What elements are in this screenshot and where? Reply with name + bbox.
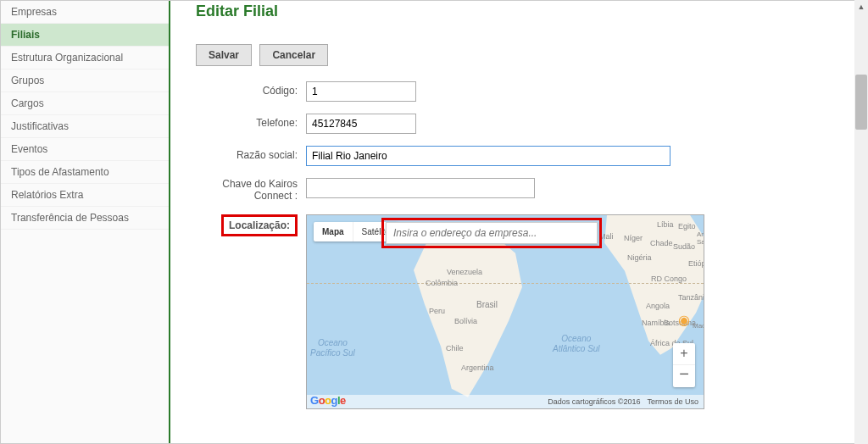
google-logo: Google [310,394,346,407]
localizacao-label: Localização: [221,214,298,236]
map-terms-link[interactable]: Termos de Uso [647,397,698,406]
scroll-thumb[interactable] [855,75,867,130]
map-copyright: Dados cartográficos ©2016 [548,397,640,406]
country-madagascar: Madagascar [693,322,704,330]
telefone-label: Telefone: [196,114,306,129]
zoom-in-button[interactable]: + [673,343,695,365]
codigo-input[interactable] [306,81,416,102]
sidebar-item-transferencia[interactable]: Transferência de Pessoas [1,207,169,230]
page-title: Editar Filial [196,3,842,20]
country-peru: Peru [429,307,445,315]
country-niger: Níger [624,234,643,242]
country-chile: Chile [446,344,464,352]
sidebar-item-empresas[interactable]: Empresas [1,1,169,24]
scroll-up-arrow[interactable]: ▲ [854,0,868,14]
map-type-map[interactable]: Mapa [314,222,353,241]
country-rdcongo: RD Congo [651,275,687,283]
main-content: Editar Filial Salvar Cancelar Código: Te… [170,1,867,443]
country-sudao: Sudão [673,242,695,251]
country-etiopia: Etiópia [688,259,704,268]
map-address-search[interactable] [386,222,598,244]
sidebar-item-estrutura[interactable]: Estrutura Organizacional [1,47,169,69]
sidebar-item-grupos[interactable]: Grupos [1,69,169,92]
sidebar-item-cargos[interactable]: Cargos [1,92,169,115]
sidebar-item-relatorios[interactable]: Relatórios Extra [1,184,169,207]
country-angola: Angola [646,302,670,310]
pegman-icon[interactable]: ◉ [674,312,694,332]
zoom-out-button[interactable]: − [673,365,695,387]
sidebar: Empresas Filiais Estrutura Organizaciona… [1,1,170,443]
ocean-label-pacifico: OceanoPacífico Sul [310,338,355,358]
cancel-button[interactable]: Cancelar [259,44,328,66]
sidebar-item-filiais[interactable]: Filiais [1,24,169,47]
vertical-scrollbar[interactable]: ▲ [854,0,868,444]
telefone-input[interactable] [306,114,416,134]
country-libia: Líbia [657,220,674,229]
country-colombia: Colômbia [426,279,458,287]
country-bolivia: Bolívia [454,317,477,325]
sidebar-item-justificativas[interactable]: Justificativas [1,115,169,138]
map[interactable]: OceanoPacífico Sul OceanoAtlântico Sul V… [306,214,704,409]
country-egito: Egito [678,222,696,230]
action-buttons: Salvar Cancelar [196,44,842,66]
map-zoom-controls: + − [673,343,695,387]
razao-social-input[interactable] [306,146,670,166]
chave-label: Chave do Kairos Connect : [196,178,306,203]
country-brasil: Brasil [476,300,498,309]
sidebar-item-eventos[interactable]: Eventos [1,138,169,161]
chave-kairos-input[interactable] [306,178,535,198]
sidebar-item-tipos-afastamento[interactable]: Tipos de Afastamento [1,161,169,184]
country-chade: Chade [650,239,673,247]
country-venezuela: Venezuela [447,268,482,276]
razao-label: Razão social: [196,146,306,161]
country-tanzania: Tanzânia [678,293,704,302]
country-argentina: Argentina [461,364,494,372]
save-button[interactable]: Salvar [196,44,252,66]
country-arabia: Arábia Saudita [697,230,704,246]
codigo-label: Código: [196,81,306,97]
ocean-label-atlantico: OceanoAtlântico Sul [553,334,600,354]
country-nigeria: Nigéria [627,253,652,262]
map-search-highlight [381,218,602,248]
